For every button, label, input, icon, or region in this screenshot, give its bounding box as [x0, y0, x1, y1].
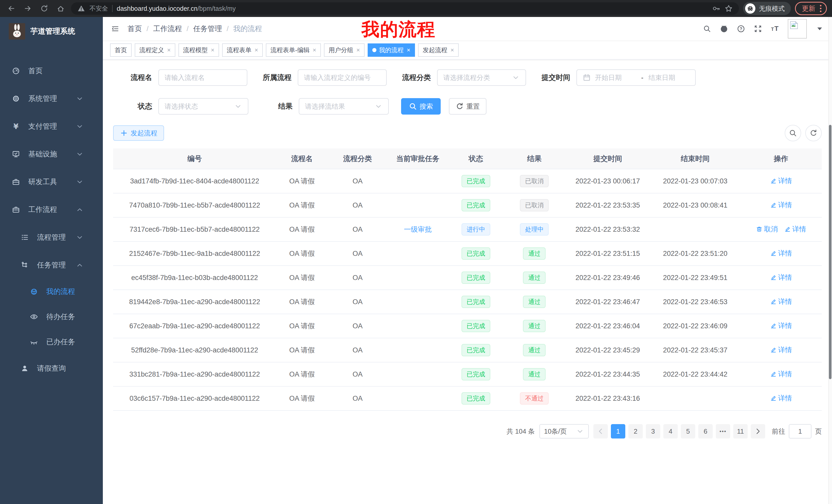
github-icon[interactable]: [720, 25, 728, 33]
filter-result-label: 结果: [264, 102, 293, 111]
tab-流程模型[interactable]: 流程模型×: [178, 44, 219, 57]
browser-reload-icon[interactable]: [38, 2, 50, 15]
tab-首页[interactable]: 首页: [110, 44, 132, 57]
status-badge: 通过: [523, 272, 546, 284]
page-button-11[interactable]: 11: [733, 424, 748, 439]
page-button-5[interactable]: 5: [681, 424, 695, 439]
detail-action-link[interactable]: 详情: [770, 273, 792, 282]
sidebar-item-已办任务[interactable]: 已办任务: [0, 329, 103, 355]
pager-ellipsis[interactable]: •••: [716, 424, 730, 439]
tab-我的流程[interactable]: 我的流程×: [368, 44, 415, 57]
tab-流程表单[interactable]: 流程表单×: [222, 44, 263, 57]
breadcrumb-item[interactable]: 首页: [128, 24, 142, 34]
sidebar-item-工作流程[interactable]: 工作流程: [0, 196, 103, 223]
avatar[interactable]: [788, 19, 807, 38]
detail-action-link[interactable]: 详情: [770, 297, 792, 306]
font-size-icon[interactable]: TT: [771, 25, 779, 33]
browser-back-icon[interactable]: [5, 2, 18, 15]
tab-用户分组[interactable]: 用户分组×: [324, 44, 365, 57]
app-logo-row[interactable]: 芋道管理系统: [0, 17, 103, 46]
scrollbar-thumb[interactable]: [829, 125, 831, 379]
cancel-action-link[interactable]: 取消: [756, 225, 778, 234]
sidebar-item-系统管理[interactable]: 系统管理: [0, 85, 103, 113]
broken-image-icon: [789, 21, 799, 30]
close-tab-icon[interactable]: ×: [356, 47, 360, 54]
page-button-6[interactable]: 6: [698, 424, 713, 439]
chevron-up-icon: [76, 205, 84, 214]
column-header: 结束时间: [650, 148, 740, 169]
tab-发起流程[interactable]: 发起流程×: [418, 44, 459, 57]
browser-address-bar[interactable]: 不安全 dashboard.yudao.iocoder.cn/bpm/task/…: [71, 2, 739, 15]
detail-action-link[interactable]: 详情: [770, 345, 792, 355]
submit-time-range-input[interactable]: 开始日期 - 结束日期: [576, 69, 696, 86]
cell-result: 不通过: [504, 386, 565, 411]
detail-action-link[interactable]: 详情: [770, 249, 792, 258]
sidebar-item-待办任务[interactable]: 待办任务: [0, 304, 103, 329]
process-name-input[interactable]: 请输入流程名: [158, 69, 247, 86]
detail-action-link[interactable]: 详情: [770, 200, 792, 209]
detail-action-link[interactable]: 详情: [770, 176, 792, 186]
table-row: 331bc281-7b9a-11ec-a290-acde48001122OA 请…: [113, 362, 822, 386]
sidebar-toggle-icon[interactable]: [111, 25, 119, 33]
current-task-link[interactable]: 一级审批: [404, 225, 432, 234]
bookmark-star-icon[interactable]: [725, 4, 733, 12]
fullscreen-icon[interactable]: [754, 25, 762, 33]
sidebar-item-请假查询[interactable]: 请假查询: [0, 355, 103, 382]
breadcrumb-item[interactable]: 任务管理: [193, 24, 222, 34]
sidebar-item-支付管理[interactable]: ¥支付管理: [0, 113, 103, 140]
status-select[interactable]: 请选择状态: [158, 98, 249, 115]
close-tab-icon[interactable]: ×: [407, 47, 410, 54]
password-key-icon[interactable]: [712, 4, 721, 12]
cell-result: 通过: [504, 362, 565, 386]
sidebar-item-基础设施[interactable]: 基础设施: [0, 140, 103, 168]
page-button-4[interactable]: 4: [663, 424, 678, 439]
process-definition-input[interactable]: 请输入流程定义的编号: [298, 69, 387, 86]
tab-流程定义[interactable]: 流程定义×: [135, 44, 175, 57]
search-button[interactable]: 搜索: [401, 98, 441, 115]
goto-suffix: 页: [815, 427, 822, 436]
browser-menu-icon[interactable]: [820, 5, 822, 12]
user-menu-caret-icon[interactable]: [815, 25, 824, 33]
process-category-select[interactable]: 请选择流程分类: [437, 69, 526, 86]
chevron-down-icon: [76, 122, 84, 131]
cell-category: OA: [328, 314, 387, 338]
process-definition-placeholder: 请输入流程定义的编号: [304, 73, 381, 82]
create-process-button[interactable]: 发起流程: [113, 125, 164, 141]
toggle-search-button[interactable]: [785, 125, 801, 141]
sidebar-item-我的流程[interactable]: 我的流程: [0, 279, 103, 304]
close-tab-icon[interactable]: ×: [211, 47, 214, 54]
help-icon[interactable]: ?: [737, 25, 745, 33]
page-button-2[interactable]: 2: [628, 424, 643, 439]
sidebar-item-流程管理[interactable]: 流程管理: [0, 223, 103, 251]
detail-action-link[interactable]: 详情: [770, 369, 792, 379]
close-tab-icon[interactable]: ×: [313, 47, 316, 54]
header-search-icon[interactable]: [703, 25, 711, 33]
reset-button[interactable]: 重置: [449, 98, 487, 115]
tab-流程表单-编辑[interactable]: 流程表单-编辑×: [266, 44, 321, 57]
browser-forward-icon[interactable]: [22, 2, 34, 15]
next-page-button[interactable]: [751, 424, 765, 439]
window-scrollbar[interactable]: [828, 17, 832, 504]
goto-page-input[interactable]: [789, 424, 811, 439]
cell-category: OA: [328, 193, 387, 217]
detail-action-link[interactable]: 详情: [784, 225, 806, 234]
prev-page-button[interactable]: [593, 424, 608, 439]
close-tab-icon[interactable]: ×: [450, 47, 454, 54]
refresh-table-button[interactable]: [805, 125, 822, 141]
browser-update-button[interactable]: 更新: [795, 2, 827, 15]
result-select[interactable]: 请选择流结果: [299, 98, 389, 115]
detail-action-link[interactable]: 详情: [770, 321, 792, 330]
page-button-3[interactable]: 3: [646, 424, 660, 439]
breadcrumb-item[interactable]: 工作流程: [153, 24, 182, 34]
browser-home-icon[interactable]: [54, 2, 67, 15]
sidebar-item-任务管理[interactable]: 任务管理: [0, 251, 103, 279]
sidebar-item-研发工具[interactable]: 研发工具: [0, 168, 103, 196]
sidebar-item-首页[interactable]: 首页: [0, 57, 103, 85]
eye-icon: [30, 313, 38, 321]
close-tab-icon[interactable]: ×: [255, 47, 258, 54]
list-tree-icon: [21, 233, 29, 242]
detail-action-link[interactable]: 详情: [770, 394, 792, 403]
close-tab-icon[interactable]: ×: [167, 47, 171, 54]
page-button-1[interactable]: 1: [611, 424, 625, 439]
page-size-select[interactable]: 10条/页: [539, 424, 589, 439]
